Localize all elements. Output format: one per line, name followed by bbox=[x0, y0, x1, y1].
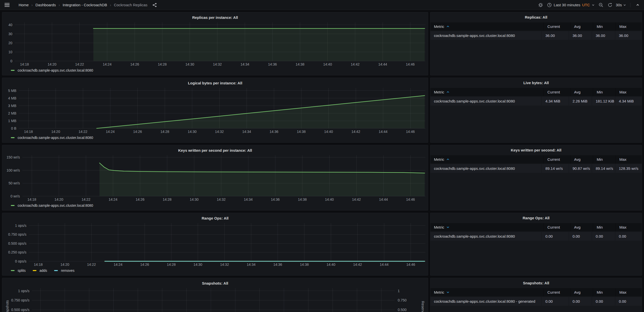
table-cell-avg: 0.00 bbox=[569, 297, 592, 306]
column-header-max[interactable]: Max bbox=[615, 155, 642, 164]
chart-plot[interactable] bbox=[29, 223, 425, 261]
column-header-min[interactable]: Min bbox=[593, 288, 615, 296]
table-cell-current: 0.00 bbox=[542, 232, 569, 241]
breadcrumb-item-dashboards[interactable]: Dashboards bbox=[35, 3, 56, 7]
right-y-axis-tick-label: 1 bbox=[398, 289, 413, 293]
chart-plot[interactable] bbox=[32, 288, 395, 312]
chart-legend: cockroachdb.sample-apps.svc.cluster.loca… bbox=[5, 134, 425, 141]
y-axis-tick-label: 0.500 ops/s bbox=[5, 241, 26, 245]
breadcrumb-item-home[interactable]: Home bbox=[19, 3, 29, 7]
chart-legend: cockroachdb.sample-apps.svc.cluster.loca… bbox=[5, 202, 425, 209]
legend-item[interactable]: cockroachdb.sample-apps.svc.cluster.loca… bbox=[11, 136, 93, 140]
zoom-out-icon bbox=[598, 3, 603, 8]
x-axis-tick-label: 14:22 bbox=[75, 62, 84, 66]
panel-title: Replicas: All bbox=[430, 12, 642, 22]
column-header-min[interactable]: Min bbox=[593, 88, 615, 96]
column-header-max[interactable]: Max bbox=[615, 88, 642, 96]
column-header-current[interactable]: Current bbox=[543, 223, 570, 231]
right-y-axis-tick-label: 0.500 bbox=[398, 308, 413, 312]
column-header-metric[interactable]: Metric bbox=[430, 22, 543, 31]
x-axis-labels-inner: 14:1814:2014:2214:2414:2614:2814:3014:32… bbox=[29, 261, 425, 267]
sort-descending-icon bbox=[447, 291, 449, 293]
chevron-up-icon bbox=[636, 3, 639, 7]
legend-item[interactable]: adds bbox=[33, 269, 47, 273]
column-header-current[interactable]: Current bbox=[543, 88, 570, 96]
menu-icon[interactable] bbox=[5, 2, 13, 9]
x-axis-tick-label: 14:38 bbox=[300, 263, 309, 267]
legend-item[interactable]: removes bbox=[54, 269, 74, 273]
x-axis-tick-label: 14:40 bbox=[325, 197, 334, 201]
y-axis-tick-label: 0.250 ops/s bbox=[5, 250, 26, 254]
column-header-max[interactable]: Max bbox=[615, 223, 642, 231]
x-axis-tick-label: 14:18 bbox=[34, 263, 43, 267]
x-axis-tick-label: 14:30 bbox=[185, 62, 194, 66]
legend-series-color bbox=[11, 270, 15, 271]
column-header-label: Current bbox=[547, 157, 560, 162]
column-header-avg[interactable]: Avg bbox=[570, 155, 593, 164]
legend-series-color bbox=[11, 205, 15, 206]
dashboard-settings-button[interactable] bbox=[537, 2, 544, 9]
column-header-avg[interactable]: Avg bbox=[570, 288, 593, 296]
table-header-row: MetricCurrentAvgMinMax bbox=[430, 155, 642, 164]
column-header-max[interactable]: Max bbox=[615, 288, 642, 296]
table-cell-avg: 90.87 wr/s bbox=[569, 164, 592, 173]
caret-down-icon bbox=[592, 4, 595, 7]
table-cell-min: 0.00 bbox=[592, 232, 615, 241]
chart-body: 150 wr/s100 wr/s50 wr/s0 wr/s bbox=[5, 155, 425, 196]
chart-plot[interactable] bbox=[19, 88, 425, 128]
legend-item[interactable]: splits bbox=[11, 269, 26, 273]
column-header-label: Current bbox=[547, 290, 560, 294]
dashboard-grid: Replicas per instance: All 403020100 14:… bbox=[0, 10, 644, 312]
column-header-metric[interactable]: Metric bbox=[430, 88, 543, 96]
panel-title: Logical bytes per instance: All bbox=[5, 79, 425, 88]
panel-keys-written-table: Keys written per second: All MetricCurre… bbox=[430, 145, 642, 211]
table-cell-current: 36.00 bbox=[542, 31, 569, 40]
column-header-current[interactable]: Current bbox=[543, 22, 570, 31]
table-cell-max: 36.00 bbox=[615, 31, 642, 40]
x-axis-tick-label: 14:30 bbox=[190, 197, 198, 201]
column-header-metric[interactable]: Metric bbox=[430, 288, 543, 296]
legend-item[interactable]: cockroachdb.sample-apps.svc.cluster.loca… bbox=[11, 68, 93, 72]
chart-plot[interactable] bbox=[22, 155, 425, 196]
column-header-current[interactable]: Current bbox=[543, 288, 570, 296]
column-header-avg[interactable]: Avg bbox=[570, 223, 593, 231]
column-header-avg[interactable]: Avg bbox=[570, 88, 593, 96]
column-header-metric[interactable]: Metric bbox=[430, 223, 543, 231]
collapse-toolbar-button[interactable] bbox=[634, 2, 641, 9]
y-axis-tick-label: 3 MB bbox=[5, 104, 16, 108]
chart-plot[interactable] bbox=[15, 22, 425, 61]
table-cell-avg: 36.00 bbox=[569, 31, 592, 40]
refresh-button[interactable] bbox=[606, 2, 614, 9]
time-range-picker[interactable]: Last 30 minutes UTC bbox=[546, 3, 596, 8]
breadcrumb-item-integration-cockroachdb[interactable]: Integration - CockroachDB bbox=[63, 3, 107, 7]
column-header-avg[interactable]: Avg bbox=[570, 22, 593, 31]
refresh-interval-picker[interactable]: 30s bbox=[615, 3, 627, 7]
zoom-out-time-button[interactable] bbox=[597, 2, 605, 9]
column-header-label: Current bbox=[547, 90, 560, 94]
x-axis-tick-label: 14:26 bbox=[130, 62, 139, 66]
table-cell-max: 4.34 MiB bbox=[615, 97, 642, 106]
legend-item[interactable]: cockroachdb.sample-apps.svc.cluster.loca… bbox=[11, 203, 93, 207]
timezone-label: UTC bbox=[582, 3, 590, 7]
share-icon[interactable] bbox=[151, 2, 158, 9]
column-header-max[interactable]: Max bbox=[615, 22, 642, 31]
chart-body: 403020100 bbox=[5, 22, 425, 61]
x-axis-tick-label: 14:32 bbox=[215, 130, 224, 134]
x-axis-tick-label: 14:44 bbox=[378, 62, 387, 66]
column-header-label: Current bbox=[547, 24, 560, 29]
column-header-min[interactable]: Min bbox=[593, 155, 615, 164]
table-cell-min: 89.14 wr/s bbox=[592, 164, 615, 173]
x-axis-tick-label: 14:22 bbox=[82, 197, 90, 201]
x-axis-labels-inner: 14:1814:2014:2214:2414:2614:2814:3014:32… bbox=[19, 128, 425, 134]
column-header-min[interactable]: Min bbox=[593, 223, 615, 231]
table-body: cockroachdb.sample-apps.svc.cluster.loca… bbox=[430, 97, 642, 106]
column-header-label: Max bbox=[619, 24, 626, 29]
x-axis-labels-inner: 14:1814:2014:2214:2414:2614:2814:3014:32… bbox=[15, 61, 425, 67]
column-header-label: Min bbox=[597, 225, 603, 229]
x-axis-tick-label: 14:38 bbox=[296, 62, 304, 66]
column-header-current[interactable]: Current bbox=[543, 155, 570, 164]
column-header-min[interactable]: Min bbox=[593, 22, 615, 31]
x-axis-tick-label: 14:42 bbox=[353, 263, 362, 267]
x-axis-labels: 14:1814:2014:2214:2414:2614:2814:3014:32… bbox=[5, 61, 425, 67]
column-header-metric[interactable]: Metric bbox=[430, 155, 543, 164]
